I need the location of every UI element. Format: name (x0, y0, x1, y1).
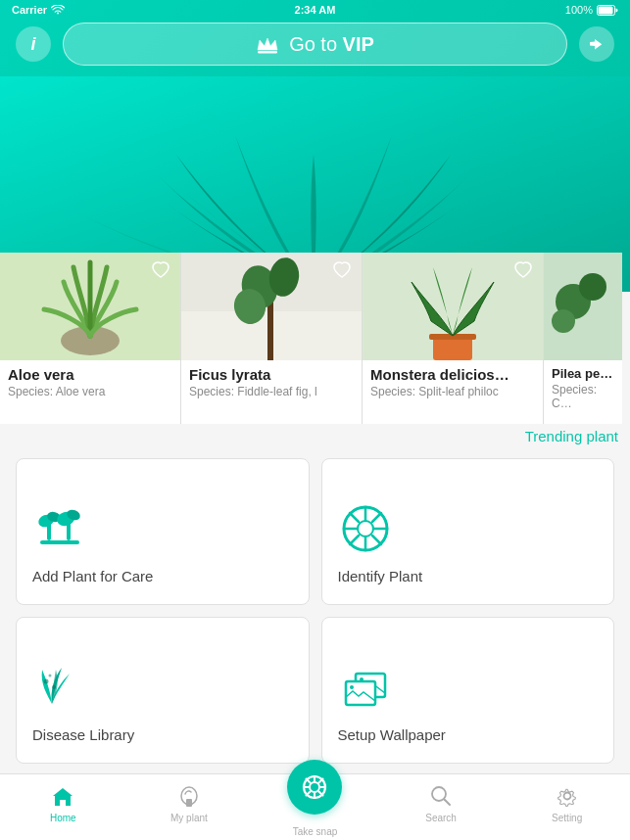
svg-point-42 (350, 685, 354, 689)
plant-name-2: Ficus lyrata (189, 366, 354, 383)
trending-label[interactable]: Trending plant (525, 428, 618, 444)
heart-button-3[interactable] (511, 258, 535, 282)
plant-card-info-2: Ficus lyrata Species: Fiddle-leaf fig, l (181, 360, 362, 424)
plant-card-image-4 (544, 253, 622, 360)
svg-rect-43 (186, 799, 192, 807)
tab-my-plant[interactable]: My plant (126, 783, 253, 823)
plant-card-info-1: Aloe vera Species: Aloe vera (0, 360, 180, 424)
setting-icon (555, 783, 580, 809)
vip-label: Go to VIP (289, 33, 374, 56)
status-bar: Carrier 2:34 AM 100% (0, 0, 630, 20)
disease-svg (32, 660, 87, 715)
plant-card-2[interactable]: Ficus lyrata Species: Fiddle-leaf fig, l (181, 253, 363, 424)
svg-point-37 (52, 685, 56, 689)
tab-my-plant-label: My plant (170, 813, 208, 823)
vip-button[interactable]: Go to VIP (63, 23, 567, 66)
heart-icon-2 (332, 261, 352, 279)
plant-add-svg (32, 501, 87, 556)
add-plant-label: Add Plant for Care (32, 568, 153, 584)
tab-setting-label: Setting (552, 813, 582, 823)
setup-wallpaper-label: Setup Wallpaper (338, 726, 446, 743)
status-left: Carrier (12, 4, 65, 16)
heart-button-2[interactable] (330, 258, 354, 282)
svg-line-53 (319, 779, 323, 783)
svg-line-34 (372, 513, 381, 522)
plant-card-info-4: Pilea pe… Species: C… (544, 360, 622, 424)
wallpaper-icon (338, 660, 393, 715)
plant-name-3: Monstera delicios… (370, 366, 535, 383)
identify-plant-label: Identify Plant (338, 568, 423, 584)
plant-card-3[interactable]: Monstera delicios… Species: Split-leaf p… (363, 253, 544, 424)
plant-card-4[interactable]: Pilea pe… Species: C… (544, 253, 622, 424)
svg-line-32 (350, 513, 359, 522)
home-svg (51, 785, 74, 807)
tab-search-label: Search (425, 813, 457, 823)
identify-plant-icon (338, 501, 393, 556)
plant-card-1[interactable]: Aloe vera Species: Aloe vera (0, 253, 181, 424)
carrier-label: Carrier (12, 4, 47, 16)
search-icon (428, 783, 454, 809)
svg-point-18 (552, 309, 575, 333)
search-svg (430, 785, 452, 807)
crown-icon (256, 34, 279, 54)
battery-label: 100% (565, 4, 593, 16)
svg-point-38 (49, 675, 52, 677)
svg-rect-1 (599, 6, 613, 14)
svg-line-52 (319, 792, 323, 796)
add-plant-icon (32, 501, 87, 556)
tab-bar: Home My plant (0, 773, 630, 840)
svg-point-46 (310, 782, 319, 792)
camera-icon (301, 773, 328, 801)
svg-line-33 (372, 536, 381, 544)
wallpaper-svg (338, 660, 393, 715)
info-button[interactable]: i (16, 26, 51, 62)
svg-point-27 (358, 521, 373, 537)
plants-section: Aloe vera Species: Aloe vera (0, 253, 630, 424)
svg-line-54 (307, 792, 311, 796)
tab-search[interactable]: Search (378, 783, 505, 823)
pilea-illustration (544, 253, 622, 360)
home-icon (50, 783, 75, 809)
plant-card-info-3: Monstera delicios… Species: Split-leaf p… (363, 360, 543, 424)
svg-point-57 (563, 793, 570, 800)
add-plant-card[interactable]: Add Plant for Care (16, 458, 310, 605)
disease-library-label: Disease Library (32, 726, 134, 743)
heart-icon-1 (151, 261, 170, 279)
tab-take-snap-label: Take snap (293, 826, 338, 837)
plant-name-4: Pilea pe… (552, 366, 614, 381)
tab-home[interactable]: Home (0, 783, 126, 823)
battery-icon (597, 5, 618, 16)
share-button[interactable] (579, 26, 614, 62)
disease-library-card[interactable]: Disease Library (16, 617, 310, 764)
status-right: 100% (565, 4, 618, 16)
my-plant-icon (176, 783, 202, 809)
plants-scroll: Aloe vera Species: Aloe vera (0, 253, 630, 424)
tab-setting[interactable]: Setting (504, 783, 630, 823)
take-snap-button[interactable] (287, 760, 342, 815)
plant-species-2: Species: Fiddle-leaf fig, l (189, 385, 354, 398)
plant-name-1: Aloe vera (8, 366, 172, 383)
tab-take-snap[interactable]: Take snap (252, 770, 378, 837)
tab-home-label: Home (50, 813, 76, 823)
svg-line-56 (445, 800, 451, 806)
setting-svg (557, 785, 578, 807)
heart-icon-3 (513, 261, 533, 279)
status-time: 2:34 AM (295, 4, 336, 16)
plant-species-1: Species: Aloe vera (8, 385, 172, 398)
svg-rect-19 (40, 540, 79, 544)
svg-point-17 (579, 273, 606, 301)
aperture-svg (338, 501, 393, 556)
share-icon (588, 35, 606, 53)
plant-species-3: Species: Split-leaf philoc (370, 385, 535, 398)
vip-strong: VIP (343, 33, 374, 55)
identify-plant-card[interactable]: Identify Plant (321, 458, 615, 605)
setup-wallpaper-card[interactable]: Setup Wallpaper (321, 617, 615, 764)
disease-icon (32, 660, 87, 715)
my-plant-svg (177, 784, 201, 808)
svg-rect-2 (258, 51, 277, 54)
svg-line-51 (307, 779, 311, 783)
wifi-icon (51, 5, 65, 16)
heart-button-1[interactable] (149, 258, 172, 282)
grid-section: Add Plant for Care Identify Plant (16, 458, 614, 764)
svg-point-36 (44, 679, 49, 684)
